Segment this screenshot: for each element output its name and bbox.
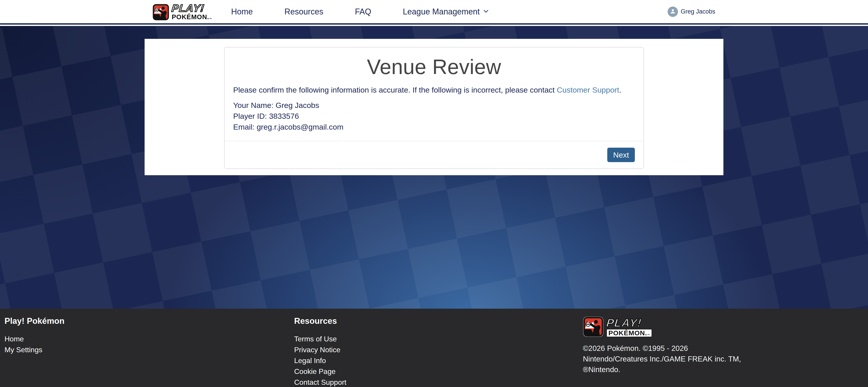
avatar (668, 6, 678, 17)
footer-logo-wordmark: PLAY! POKÉMON.™ (607, 317, 652, 337)
footer-column-play-pokemon: Play! Pokémon Home My Settings (4, 316, 294, 387)
venue-review-card-body: Venue Review Please confirm the followin… (224, 47, 644, 132)
venue-review-card: Venue Review Please confirm the followin… (224, 47, 644, 169)
nav-item-resources-label: Resources (284, 7, 323, 17)
main-nav: Home Resources FAQ League Management (231, 7, 489, 17)
footer-link-legal-info[interactable]: Legal Info (294, 355, 326, 366)
footer-heading-resources: Resources (294, 316, 583, 326)
nav-item-league-management-label: League Management (403, 7, 479, 17)
footer-column-resources: Resources Terms of Use Privacy Notice Le… (294, 316, 583, 387)
page-title: Venue Review (233, 55, 635, 79)
person-icon (670, 8, 676, 15)
customer-support-link[interactable]: Customer Support (557, 86, 619, 94)
footer-heading-play-pokemon: Play! Pokémon (4, 316, 294, 326)
play-pokemon-logo[interactable]: PLAY! POKÉMON.™ (153, 3, 212, 20)
copyright-line-2: Nintendo/Creatures Inc./GAME FREAK inc. … (583, 354, 746, 364)
nav-item-home-label: Home (231, 7, 253, 17)
nav-item-league-management[interactable]: League Management (403, 7, 489, 17)
page-footer: Play! Pokémon Home My Settings Resources… (0, 309, 868, 387)
footer-link-home[interactable]: Home (4, 333, 24, 344)
confirmation-text-suffix: . (619, 86, 621, 94)
nav-item-resources[interactable]: Resources (284, 7, 323, 17)
logo-play-text: PLAY! (171, 3, 205, 13)
copyright-line-3: ®Nintendo. (583, 364, 746, 375)
footer-link-my-settings[interactable]: My Settings (4, 344, 42, 355)
logo-wordmark: PLAY! POKÉMON.™ (172, 3, 212, 20)
footer-link-contact-support[interactable]: Contact Support (294, 377, 346, 387)
footer-link-privacy-notice[interactable]: Privacy Notice (294, 344, 340, 355)
player-info-block: Your Name: Greg Jacobs Player ID: 383357… (233, 100, 635, 132)
page-background: Venue Review Please confirm the followin… (0, 26, 868, 309)
logo-tm-mark: ™ (209, 18, 212, 21)
copyright-text: ©2026 Pokémon. ©1995 - 2026 Nintendo/Cre… (583, 343, 746, 375)
footer-logo-tm-mark: ™ (647, 333, 650, 337)
confirmation-text: Please confirm the following information… (233, 86, 635, 94)
player-name-line: Your Name: Greg Jacobs (233, 100, 635, 110)
navbar-inner: PLAY! POKÉMON.™ Home Resources FAQ Leagu… (145, 3, 723, 20)
next-button[interactable]: Next (607, 148, 635, 162)
nav-item-home[interactable]: Home (231, 7, 253, 17)
nav-item-faq[interactable]: FAQ (355, 7, 371, 17)
confirmation-text-prefix: Please confirm the following information… (233, 86, 557, 94)
player-email-line: Email: greg.r.jacobs@gmail.com (233, 122, 635, 132)
footer-logo-play-text: PLAY! (606, 317, 642, 328)
play-pokemon-badge-icon (153, 4, 169, 20)
card-footer: Next (224, 141, 644, 168)
footer-link-cookie-page[interactable]: Cookie Page (294, 366, 336, 377)
content-panel: Venue Review Please confirm the followin… (145, 39, 723, 175)
logo-pokemon-text: POKÉMON.™ (172, 14, 212, 20)
footer-link-terms-of-use[interactable]: Terms of Use (294, 333, 337, 344)
nav-item-faq-label: FAQ (355, 7, 371, 17)
play-pokemon-badge-icon (583, 316, 604, 337)
footer-logo-pokemon-text: POKÉMON.™ (607, 329, 652, 337)
footer-play-pokemon-logo: PLAY! POKÉMON.™ (583, 316, 855, 337)
user-menu[interactable]: Greg Jacobs (668, 6, 715, 17)
user-name: Greg Jacobs (681, 8, 715, 15)
footer-column-legal: PLAY! POKÉMON.™ ©2026 Pokémon. ©1995 - 2… (583, 316, 864, 387)
player-id-line: Player ID: 3833576 (233, 110, 635, 122)
top-navbar: PLAY! POKÉMON.™ Home Resources FAQ Leagu… (0, 0, 868, 25)
chevron-down-icon (483, 7, 489, 17)
copyright-line-1: ©2026 Pokémon. ©1995 - 2026 (583, 343, 746, 354)
